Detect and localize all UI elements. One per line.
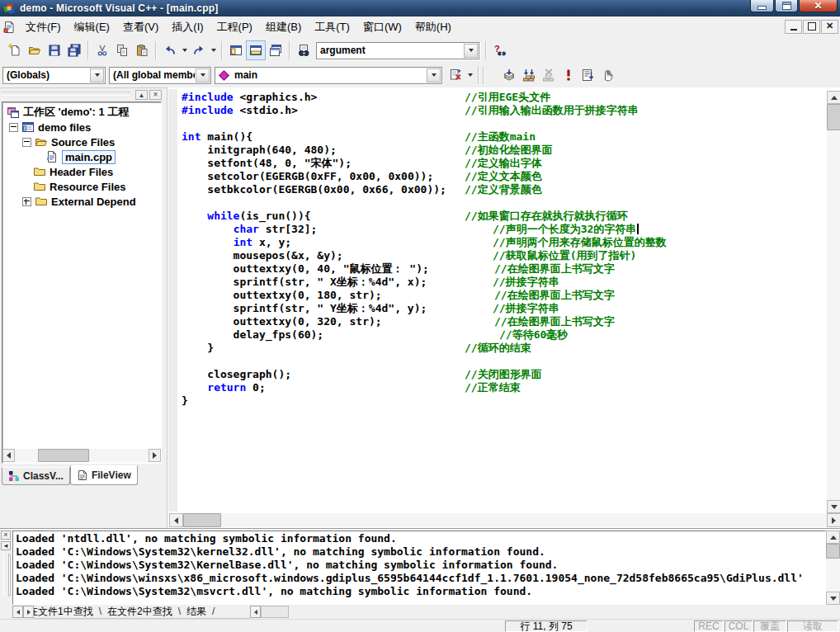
menu-bar: 文件(F) 编辑(E) 查看(V) 插入(I) 工程(P) 组建(B) 工具(T… xyxy=(0,17,840,39)
open-file-button[interactable] xyxy=(25,40,45,60)
cut-button[interactable] xyxy=(92,40,112,60)
collapse-expander[interactable] xyxy=(22,138,31,147)
menu-view[interactable]: 查看(V) xyxy=(116,17,165,37)
output-tab-results[interactable]: 结果 xyxy=(172,606,215,619)
scroll-up-button[interactable] xyxy=(827,91,840,104)
mdi-restore-button[interactable] xyxy=(803,20,820,34)
output-toggle-button[interactable] xyxy=(246,40,266,60)
collapse-expander[interactable] xyxy=(9,123,18,132)
scroll-down-button[interactable] xyxy=(827,500,840,513)
scope-dropdown-button[interactable] xyxy=(90,68,104,83)
app-icon xyxy=(3,2,16,15)
scroll-left-button[interactable] xyxy=(2,449,15,462)
find-dropdown-button[interactable] xyxy=(464,44,478,58)
menu-project[interactable]: 工程(P) xyxy=(210,17,259,37)
code-editor[interactable]: #include <graphics.h>//引用EGE头文件#include … xyxy=(167,87,840,528)
output-pin-button[interactable]: ◂ xyxy=(1,541,11,550)
paste-button[interactable] xyxy=(132,40,152,60)
breakpoint-hand-button[interactable] xyxy=(598,65,618,85)
minimize-button[interactable] xyxy=(750,0,774,12)
menu-build[interactable]: 组建(B) xyxy=(259,17,308,37)
editor-hscrollbar[interactable] xyxy=(169,513,840,527)
build-button[interactable] xyxy=(519,65,539,85)
go-debug-button[interactable] xyxy=(578,65,598,85)
tabs-hscroll-left-button[interactable] xyxy=(250,606,261,618)
tree-root-workspace[interactable]: 工作区 'demo': 1 工程 xyxy=(2,105,161,120)
menu-tools[interactable]: 工具(T) xyxy=(308,17,356,37)
workspace-hscrollbar[interactable] xyxy=(2,449,161,462)
output-grip[interactable] xyxy=(3,554,9,597)
code-line: setcolor(EGERGB(0xFF, 0x00, 0x00));//定义文… xyxy=(177,170,826,183)
scroll-thumb[interactable] xyxy=(827,104,840,130)
member-combobox[interactable]: main xyxy=(215,67,442,84)
execute-button[interactable] xyxy=(559,65,578,85)
folder-open-icon xyxy=(35,135,48,149)
output-tab-find1[interactable]: 在文件1中查找 xyxy=(34,606,93,619)
tree-node-external-depend[interactable]: External Depend xyxy=(2,194,161,209)
tree-node-source-files[interactable]: Source Files xyxy=(2,134,161,149)
tab-classview[interactable]: ClassV... xyxy=(2,467,70,485)
scroll-right-button[interactable] xyxy=(827,513,840,527)
redo-dropdown[interactable] xyxy=(209,40,218,60)
code-line xyxy=(177,355,826,368)
restore-button[interactable] xyxy=(775,0,798,12)
windows-dialog-button[interactable] xyxy=(266,40,286,60)
workspace-grip[interactable]: ▲ × xyxy=(2,90,163,100)
new-file-button[interactable] xyxy=(5,40,25,60)
save-button[interactable] xyxy=(45,40,64,60)
tree-project-demo-files[interactable]: demo files xyxy=(2,120,161,134)
scroll-right-button[interactable] xyxy=(149,449,161,462)
member-dropdown-button[interactable] xyxy=(427,68,441,83)
code-lines[interactable]: #include <graphics.h>//引用EGE头文件#include … xyxy=(177,91,826,512)
undo-dropdown[interactable] xyxy=(180,40,189,60)
scroll-left-button[interactable] xyxy=(169,513,183,527)
tabs-scroll-right-button[interactable] xyxy=(23,606,34,618)
menu-window[interactable]: 窗口(W) xyxy=(356,17,408,37)
filter-dropdown-button[interactable] xyxy=(196,68,210,83)
scroll-thumb[interactable] xyxy=(38,449,89,462)
find-icon[interactable] xyxy=(294,40,314,60)
tree-node-resource-files[interactable]: Resource Files xyxy=(2,179,161,194)
scope-combobox[interactable]: (Globals) xyxy=(2,67,106,84)
menu-insert[interactable]: 插入(I) xyxy=(165,17,210,37)
copy-button[interactable] xyxy=(112,40,132,60)
code-comment: //引用输入输出函数用于拼接字符串 xyxy=(465,104,639,117)
output-close-button[interactable]: × xyxy=(1,531,11,540)
filter-combobox[interactable]: (All global members) xyxy=(109,67,211,84)
tree-node-main-cpp[interactable]: main.cpp xyxy=(2,149,161,164)
scroll-thumb[interactable] xyxy=(183,513,221,527)
tabs-hscroll-track[interactable] xyxy=(261,606,289,618)
redo-button[interactable] xyxy=(189,40,209,60)
workspace-toggle-button[interactable] xyxy=(226,40,246,60)
search-docs-button[interactable]: ? xyxy=(490,40,510,60)
menu-help[interactable]: 帮助(H) xyxy=(408,17,458,37)
output-vscrollbar[interactable] xyxy=(826,531,840,605)
output-text-area[interactable]: Loaded 'ntdll.dll', no matching symbolic… xyxy=(12,531,826,605)
expand-expander[interactable] xyxy=(22,197,31,206)
find-combobox[interactable]: argument xyxy=(316,42,479,59)
undo-button[interactable] xyxy=(160,40,180,60)
wizard-action-button[interactable] xyxy=(446,65,465,85)
scroll-up-button[interactable] xyxy=(826,531,840,544)
code-comment: //初始化绘图界面 xyxy=(465,144,553,157)
mdi-minimize-button[interactable] xyxy=(785,20,802,34)
tab-fileview[interactable]: FileView xyxy=(70,465,138,485)
tab-classview-label: ClassV... xyxy=(23,470,64,482)
save-all-button[interactable] xyxy=(64,40,84,60)
menu-edit[interactable]: 编辑(E) xyxy=(68,17,116,37)
close-button[interactable]: ✕ xyxy=(799,0,838,12)
scroll-down-button[interactable] xyxy=(826,592,840,605)
application-window: demo - Microsoft Visual C++ - [main.cpp]… xyxy=(0,0,840,632)
editor-vscrollbar[interactable] xyxy=(827,91,840,513)
wizard-dropdown[interactable] xyxy=(465,65,474,85)
tree-node-header-files[interactable]: Header Files xyxy=(2,164,161,179)
mdi-close-button[interactable]: ✕ xyxy=(821,20,838,34)
scroll-thumb[interactable] xyxy=(826,544,840,559)
workspace-expand-button[interactable]: ▲ xyxy=(135,90,148,100)
output-tab-find2[interactable]: 在文件2中查找 xyxy=(93,606,172,619)
output-line: Loaded 'C:\Windows\winsxs\x86_microsoft.… xyxy=(16,572,823,585)
tabs-scroll-left-button[interactable] xyxy=(12,606,23,618)
workspace-close-button[interactable]: × xyxy=(149,90,162,100)
compile-button[interactable] xyxy=(499,65,519,85)
menu-file[interactable]: 文件(F) xyxy=(19,17,68,37)
